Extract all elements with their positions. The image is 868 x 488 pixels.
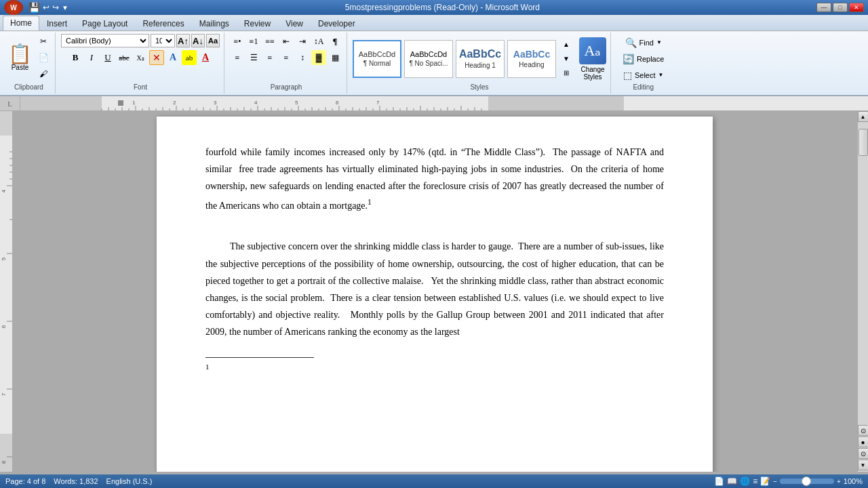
status-bar: Page: 4 of 8 Words: 1,832 English (U.S.)… [0,474,868,488]
tab-developer[interactable]: Developer [311,16,363,30]
style-heading1[interactable]: AaBbCc Heading 1 [456,40,505,78]
tab-review[interactable]: Review [237,16,278,30]
view-print-btn[interactable]: 📄 [714,476,724,486]
change-case-btn[interactable]: Aa [206,34,220,47]
replace-button[interactable]: 🔄 Replace [616,52,670,66]
close-btn[interactable]: ✕ [849,3,864,12]
increase-indent-btn[interactable]: ⇥ [295,34,310,49]
svg-text:4: 4 [254,100,258,106]
clipboard-group: 📋 Paste ✂ 📄 🖌 Clipboard [3,33,56,94]
styles-expand[interactable]: ⊞ [559,66,574,79]
select-button[interactable]: ⬚ Select ▼ [617,68,670,83]
view-web-btn[interactable]: 🌐 [740,476,750,486]
view-full-reading-btn[interactable]: 📖 [727,476,737,486]
tab-mailings[interactable]: Mailings [192,16,237,30]
paragraph-group: ≡• ≡1 ≡≡ ⇤ ⇥ ↕A ¶ ≡ ☰ ≡ ≡ ↕ ▓ ▦ Paragrap… [226,33,347,94]
bullets-btn[interactable]: ≡• [230,34,245,49]
scrollbar-thumb[interactable] [859,129,868,156]
title-bar: W 💾 ↩ ↪ ▼ 5mostpressingproblems (Read-On… [0,0,868,15]
quick-save[interactable]: 💾 [28,2,40,13]
style-normal[interactable]: AaBbCcDd ¶ Normal [353,40,401,78]
document-page[interactable]: fourfold while family incomes increased … [157,117,713,472]
align-right-btn[interactable]: ≡ [262,50,277,65]
paste-button[interactable]: 📋 Paste [7,43,33,73]
maximize-btn[interactable]: □ [833,3,848,12]
style-h1-label: Heading 1 [465,62,496,69]
font-color-btn[interactable]: A [198,50,213,65]
svg-rect-67 [118,100,123,106]
customize-btn[interactable]: ▼ [62,4,68,12]
vertical-scrollbar[interactable]: ▲ ⊙ ● ⊙ ▼ [857,111,868,472]
undo-btn[interactable]: ↩ [43,3,50,12]
scroll-prev-page-btn[interactable]: ⊙ [858,425,869,436]
office-logo[interactable]: W [4,0,23,15]
change-styles-label: ChangeStyles [580,66,604,81]
show-formatting-btn[interactable]: ¶ [328,34,342,49]
decrease-indent-btn[interactable]: ⇤ [279,34,294,49]
minimize-btn[interactable]: — [816,3,831,12]
scroll-down-btn[interactable]: ▼ [858,460,869,470]
style-normal-preview: AaBbCcDd [359,50,395,58]
view-outline-btn[interactable]: ≡ [753,476,757,486]
change-styles-btn[interactable]: Aₐ ChangeStyles [579,37,606,81]
scroll-next-page-btn[interactable]: ⊙ [858,448,869,459]
scroll-up-btn[interactable]: ▲ [858,111,869,122]
numbering-btn[interactable]: ≡1 [246,34,261,49]
select-icon: ⬚ [623,70,632,81]
svg-text:5: 5 [1,257,7,260]
format-painter-button[interactable]: 🖌 [36,66,51,81]
find-button[interactable]: 🔍 Find ▼ [619,35,668,50]
svg-text:6: 6 [1,325,7,328]
border-btn[interactable]: ▦ [328,50,342,65]
cut-button[interactable]: ✂ [36,34,51,49]
zoom-in-btn[interactable]: + [837,478,841,485]
styles-scroll-down[interactable]: ▼ [559,52,574,65]
tab-home[interactable]: Home [3,16,39,30]
redo-btn[interactable]: ↪ [52,3,59,12]
zoom-out-btn[interactable]: − [773,478,777,485]
ruler-corner[interactable]: L [0,96,20,111]
styles-scroll-up[interactable]: ▲ [559,39,574,52]
document-scroll-area[interactable]: fourfold while family incomes increased … [12,111,857,472]
scrollbar-track[interactable] [858,122,868,424]
view-draft-btn[interactable]: 📝 [760,476,770,486]
shading-btn[interactable]: ▓ [311,50,326,65]
line-spacing-btn[interactable]: ↕ [295,50,310,65]
footnote-divider [205,357,314,358]
tab-page-layout[interactable]: Page Layout [75,16,135,30]
change-styles-icon: Aₐ [579,37,606,64]
footnote-ref-1: 1 [368,198,372,207]
font-name-select[interactable]: Calibri (Body) [61,34,149,47]
window-title: 5mostpressingproblems (Read-Only) - Micr… [68,3,816,12]
strikethrough-btn[interactable]: abc [117,50,132,65]
scroll-select-browse-btn[interactable]: ● [858,436,869,447]
tab-insert[interactable]: Insert [39,16,75,30]
multilevel-btn[interactable]: ≡≡ [262,34,277,49]
zoom-slider[interactable] [780,479,834,484]
style-no-spacing[interactable]: AaBbCcDd ¶ No Spaci... [404,40,453,78]
highlight-btn[interactable]: ab [182,50,197,65]
grow-font-btn[interactable]: A↑ [176,34,190,47]
find-label: Find [639,39,654,47]
justify-btn[interactable]: ≡ [279,50,294,65]
paragraph-2[interactable]: The subjective concern over the shrinkin… [205,238,664,340]
paragraph-1[interactable]: fourfold while family incomes increased … [205,144,664,214]
bold-btn[interactable]: B [68,50,83,65]
subscript-btn[interactable]: X₂ [133,50,148,65]
paste-icon: 📋 [8,45,32,64]
text-effects-btn[interactable]: A [165,50,180,65]
svg-rect-0 [20,96,868,110]
clear-format-btn[interactable]: ✕ [149,50,164,65]
style-heading2[interactable]: AaBbCc Heading [507,40,556,78]
align-left-btn[interactable]: ≡ [230,50,245,65]
copy-button[interactable]: 📄 [36,50,51,65]
shrink-font-btn[interactable]: A↓ [191,34,205,47]
align-center-btn[interactable]: ☰ [246,50,261,65]
tab-references[interactable]: References [135,16,191,30]
italic-btn[interactable]: I [84,50,99,65]
font-size-select[interactable]: 10 [151,34,175,47]
underline-btn[interactable]: U [100,50,115,65]
tab-view[interactable]: View [278,16,311,30]
font-group: Calibri (Body) 10 A↑ A↓ Aa B I U abc X₂ … [57,33,224,94]
sort-btn[interactable]: ↕A [311,34,326,49]
